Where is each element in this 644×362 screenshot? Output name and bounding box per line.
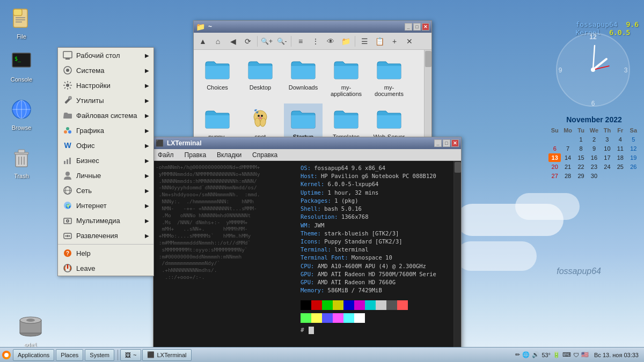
terminal-menu-tabs[interactable]: Вкладки bbox=[215, 150, 244, 160]
fm-menu-btn[interactable]: ☰ bbox=[357, 34, 371, 48]
cal-day[interactable]: 8 bbox=[575, 144, 587, 153]
terminal-menu-help[interactable]: Справка bbox=[250, 150, 280, 160]
desktop-icon-sda1[interactable]: sda1 bbox=[13, 314, 48, 348]
cal-day[interactable]: 4 bbox=[614, 135, 626, 144]
fm-file-choices[interactable]: Choices bbox=[198, 54, 237, 99]
cal-day[interactable]: 14 bbox=[561, 153, 574, 162]
fm-file-desktop[interactable]: Desktop bbox=[241, 54, 280, 99]
fm-up-btn[interactable]: ▲ bbox=[196, 34, 210, 48]
menu-item-utilities[interactable]: Утилиты ▶ bbox=[58, 93, 153, 108]
fm-home-btn[interactable]: ⌂ bbox=[211, 34, 225, 48]
cal-day[interactable]: 10 bbox=[601, 144, 613, 153]
cal-day[interactable]: 6 bbox=[548, 144, 561, 153]
fm-file-my-documents[interactable]: my-documents bbox=[370, 54, 408, 99]
menu-item-leave[interactable]: Leave bbox=[58, 261, 153, 276]
fm-refresh-btn[interactable]: ⟳ bbox=[241, 34, 255, 48]
cal-day[interactable]: 27 bbox=[548, 172, 561, 180]
terminal-titlebar[interactable]: ⬛ LXTerminal _ □ ✕ bbox=[153, 137, 461, 149]
cal-day[interactable]: 19 bbox=[627, 153, 640, 162]
cal-day[interactable]: 16 bbox=[588, 153, 600, 162]
taskbar-filemanager-btn[interactable]: 🖼 ~ bbox=[120, 349, 141, 361]
cal-day[interactable]: 1 bbox=[575, 135, 587, 144]
fm-detail-view-btn[interactable]: ⋮ bbox=[309, 34, 323, 48]
cal-day[interactable]: 5 bbox=[627, 135, 640, 144]
fm-file-my-applications[interactable]: my-applications bbox=[327, 54, 365, 99]
trash-icon-img bbox=[9, 145, 34, 171]
cal-day[interactable]: 15 bbox=[575, 153, 587, 162]
terminal-minimize-btn[interactable]: _ bbox=[434, 139, 442, 147]
cal-day[interactable] bbox=[561, 135, 574, 144]
menu-item-network[interactable]: Сеть ▶ bbox=[58, 183, 153, 198]
flag-icon: 🇺🇸 bbox=[581, 351, 589, 358]
fm-back-btn[interactable]: ◀ bbox=[226, 34, 240, 48]
menu-item-graphics[interactable]: Графика ▶ bbox=[58, 123, 153, 138]
cal-day[interactable]: 11 bbox=[614, 144, 626, 153]
menu-item-entertainment[interactable]: Развлечения ▶ bbox=[58, 228, 153, 243]
cal-day[interactable]: 18 bbox=[614, 153, 626, 162]
win-maximize-btn[interactable]: □ bbox=[413, 23, 421, 31]
terminal-menu-edit[interactable]: Правка bbox=[182, 150, 209, 160]
taskbar-applications-btn[interactable]: Applications bbox=[13, 349, 54, 361]
menu-item-business[interactable]: Бизнес ▶ bbox=[58, 153, 153, 168]
cal-day[interactable]: 17 bbox=[601, 153, 613, 162]
cal-day[interactable]: 25 bbox=[614, 162, 626, 171]
console-icon-img: $_ bbox=[9, 48, 34, 74]
terminal-close-btn[interactable]: ✕ bbox=[451, 139, 459, 147]
cal-day[interactable]: 30 bbox=[588, 172, 600, 180]
menu-item-filesystem[interactable]: Файловая система ▶ bbox=[58, 108, 153, 123]
desktop-icon-browse[interactable]: Browse bbox=[4, 97, 39, 131]
desktop-icon-trash[interactable]: Trash bbox=[4, 145, 39, 179]
menu-icon-network bbox=[62, 185, 73, 196]
terminal-scrollbar[interactable] bbox=[453, 161, 461, 359]
terminal-prompt[interactable]: # bbox=[301, 326, 451, 335]
cal-day[interactable]: 24 bbox=[601, 162, 613, 171]
cal-day[interactable]: 21 bbox=[561, 162, 574, 171]
menu-item-settings[interactable]: Настройки ▶ bbox=[58, 78, 153, 93]
menu-label-internet: Интернет bbox=[76, 202, 107, 210]
menu-item-help[interactable]: ? Help bbox=[58, 246, 153, 261]
fm-file-downloads[interactable]: Downloads bbox=[284, 54, 323, 99]
cal-day[interactable] bbox=[548, 135, 561, 144]
cal-day[interactable]: 9 bbox=[588, 144, 600, 153]
fm-zoom-out-btn[interactable]: 🔍- bbox=[275, 34, 289, 48]
win-close-btn[interactable]: ✕ bbox=[422, 23, 429, 31]
menu-item-multimedia[interactable]: Мультимедиа ▶ bbox=[58, 213, 153, 228]
cal-day[interactable]: 26 bbox=[627, 162, 640, 171]
fm-add-btn[interactable]: + bbox=[387, 34, 401, 48]
desktop-icon-file[interactable]: File bbox=[4, 5, 39, 40]
menu-item-office[interactable]: W Офис ▶ bbox=[58, 138, 153, 153]
menu-item-desktop[interactable]: Рабочий стол ▶ bbox=[58, 48, 153, 63]
terminal-maximize-btn[interactable]: □ bbox=[443, 139, 450, 147]
menu-item-system[interactable]: Система ▶ bbox=[58, 63, 153, 78]
menu-item-personal[interactable]: Личные ▶ bbox=[58, 168, 153, 183]
fm-remove-btn[interactable]: ✕ bbox=[402, 34, 416, 48]
menu-arrow-settings: ▶ bbox=[145, 83, 149, 88]
desktop-icon-console[interactable]: $_ Console bbox=[4, 48, 39, 83]
fm-clipboard-btn[interactable]: 📋 bbox=[372, 34, 386, 48]
cal-day[interactable]: 22 bbox=[575, 162, 587, 171]
cal-day-today[interactable]: 13 bbox=[548, 153, 561, 162]
fm-preview-btn[interactable]: 👁 bbox=[324, 34, 338, 48]
cal-day[interactable]: 28 bbox=[561, 172, 574, 180]
cal-day[interactable]: 23 bbox=[588, 162, 600, 171]
cal-day[interactable]: 2 bbox=[588, 135, 600, 144]
menu-icon-office: W bbox=[62, 140, 73, 151]
taskbar-system-btn[interactable]: System bbox=[85, 349, 114, 361]
taskbar-places-btn[interactable]: Places bbox=[56, 349, 83, 361]
fm-open-folder-btn[interactable]: 📁 bbox=[339, 34, 353, 48]
fm-zoom-in-btn[interactable]: 🔍+ bbox=[260, 34, 274, 48]
terminal-menu-file[interactable]: Файл bbox=[156, 150, 176, 160]
menu-label-entertainment: Развлечения bbox=[76, 232, 118, 240]
cal-day[interactable]: 12 bbox=[627, 144, 640, 153]
win-minimize-btn[interactable]: _ bbox=[405, 23, 412, 31]
menu-item-internet[interactable]: 🌍 Интернет ▶ bbox=[58, 198, 153, 213]
window-controls: _ □ ✕ bbox=[405, 23, 429, 31]
cal-day[interactable]: 20 bbox=[548, 162, 561, 171]
cal-day[interactable]: 7 bbox=[561, 144, 574, 153]
fm-list-view-btn[interactable]: ≡ bbox=[294, 34, 308, 48]
cal-day[interactable]: 3 bbox=[601, 135, 613, 144]
fm-file-label: my-applications bbox=[331, 84, 362, 97]
file-manager-titlebar[interactable]: 📁 ~ _ □ ✕ bbox=[194, 21, 431, 33]
cal-day[interactable]: 29 bbox=[575, 172, 587, 180]
taskbar-terminal-btn[interactable]: ⬛ LXTerminal bbox=[142, 349, 191, 361]
